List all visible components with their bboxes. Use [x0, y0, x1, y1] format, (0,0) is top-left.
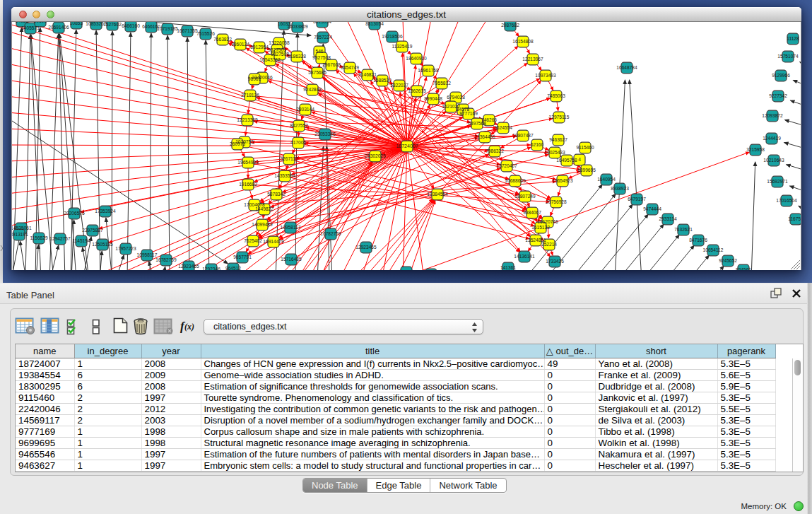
svg-text:3913191: 3913191 [12, 232, 28, 237]
svg-text:1362615: 1362615 [408, 88, 426, 93]
svg-text:7986322: 7986322 [486, 148, 504, 153]
svg-text:10719185: 10719185 [157, 26, 178, 31]
svg-text:16961758: 16961758 [418, 68, 439, 73]
svg-text:9129966: 9129966 [772, 73, 790, 78]
svg-text:8813054: 8813054 [313, 22, 331, 24]
svg-text:10853: 10853 [70, 22, 83, 25]
svg-text:1145194: 1145194 [72, 238, 90, 243]
svg-text:16648784: 16648784 [616, 65, 637, 70]
svg-text:19654923: 19654923 [552, 178, 573, 183]
svg-text:9384067: 9384067 [523, 210, 541, 215]
svg-text:1292346: 1292346 [202, 267, 220, 270]
svg-text:15720407: 15720407 [496, 163, 517, 168]
svg-text:1916682: 1916682 [239, 182, 257, 187]
svg-text:546: 546 [315, 49, 323, 54]
svg-text:12942757: 12942757 [49, 236, 71, 241]
svg-text:3624554: 3624554 [494, 125, 512, 130]
svg-text:20691406: 20691406 [48, 25, 69, 30]
svg-text:12505135: 12505135 [92, 242, 113, 247]
svg-text:5878342: 5878342 [267, 192, 286, 197]
svg-text:5322037: 5322037 [390, 83, 408, 88]
svg-text:14136141: 14136141 [514, 254, 535, 259]
svg-text:1156829: 1156829 [30, 235, 48, 240]
svg-text:10958117: 10958117 [137, 252, 158, 257]
svg-text:924561: 924561 [736, 267, 751, 270]
svg-text:6479197: 6479197 [628, 197, 646, 201]
svg-text:21364436: 21364436 [474, 134, 495, 139]
svg-text:6899695: 6899695 [577, 168, 596, 173]
svg-text:9657791: 9657791 [233, 255, 252, 259]
svg-text:16154808: 16154808 [512, 39, 534, 44]
svg-text:25302025: 25302025 [365, 153, 386, 158]
svg-text:15751074: 15751074 [777, 54, 799, 59]
svg-text:2087682: 2087682 [501, 23, 519, 28]
svg-text:15692971: 15692971 [767, 179, 788, 184]
svg-text:18724007: 18724007 [396, 144, 418, 148]
svg-text:10210643: 10210643 [763, 158, 784, 163]
svg-text:16033809: 16033809 [287, 24, 308, 29]
svg-text:1405571: 1405571 [21, 25, 40, 30]
svg-text:9242848: 9242848 [303, 87, 322, 92]
svg-text:18807249: 18807249 [514, 194, 536, 199]
svg-text:8454749: 8454749 [341, 65, 359, 70]
svg-text:7857224: 7857224 [314, 35, 332, 40]
svg-text:14535061: 14535061 [12, 226, 32, 230]
svg-text:10958117: 10958117 [281, 225, 301, 230]
svg-text:9245652: 9245652 [719, 258, 737, 263]
svg-text:12213369: 12213369 [237, 117, 258, 122]
svg-text:9327508: 9327508 [271, 52, 289, 57]
svg-text:10654112: 10654112 [703, 247, 724, 252]
svg-text:8990448: 8990448 [424, 96, 442, 101]
svg-text:1449822: 1449822 [255, 206, 273, 211]
svg-text:19654983: 19654983 [237, 160, 259, 165]
svg-text:11128: 11128 [787, 36, 799, 41]
svg-text:3215958: 3215958 [746, 147, 765, 152]
svg-text:260973: 260973 [230, 141, 245, 146]
svg-text:10973493: 10973493 [535, 73, 556, 78]
svg-text:98961: 98961 [248, 76, 261, 81]
svg-text:16782759: 16782759 [320, 231, 341, 236]
svg-text:2933114: 2933114 [659, 216, 677, 221]
svg-text:20206576: 20206576 [64, 211, 85, 216]
svg-text:964512: 964512 [225, 266, 241, 270]
svg-text:6497568: 6497568 [468, 121, 486, 126]
svg-text:2967608: 2967608 [322, 62, 341, 67]
svg-text:12923465: 12923465 [355, 245, 377, 250]
svg-text:6794028: 6794028 [447, 95, 465, 100]
svg-text:9860124: 9860124 [231, 42, 249, 47]
svg-text:13226058: 13226058 [269, 40, 290, 45]
svg-text:23975887: 23975887 [82, 228, 103, 233]
svg-text:14099489: 14099489 [252, 222, 273, 227]
svg-text:16782759: 16782759 [155, 257, 177, 262]
svg-text:19384554: 19384554 [427, 192, 448, 197]
svg-text:417006: 417006 [290, 140, 306, 145]
svg-text:12975115: 12975115 [549, 115, 570, 119]
svg-text:15716485: 15716485 [281, 257, 302, 262]
svg-text:9146821: 9146821 [358, 72, 377, 77]
svg-text:62160: 62160 [531, 142, 544, 147]
svg-text:29053346: 29053346 [314, 132, 336, 136]
svg-text:19218506: 19218506 [382, 34, 403, 39]
svg-text:1640954: 1640954 [597, 177, 616, 182]
svg-text:10807487: 10807487 [512, 133, 534, 138]
svg-text:2718126: 2718126 [241, 93, 259, 98]
svg-text:141361: 141361 [500, 265, 516, 270]
svg-text:17016504: 17016504 [776, 198, 797, 203]
svg-text:8471676: 8471676 [689, 238, 707, 243]
svg-text:9227342: 9227342 [769, 93, 787, 98]
svg-text:18640910: 18640910 [406, 56, 427, 61]
svg-text:2803144: 2803144 [296, 107, 314, 112]
svg-text:4: 4 [578, 157, 581, 162]
svg-text:1588520: 1588520 [373, 78, 392, 83]
svg-text:8912954: 8912954 [250, 45, 269, 49]
svg-text:14055: 14055 [16, 22, 29, 23]
svg-text:(x): (x) [184, 322, 194, 332]
svg-text:6466160: 6466160 [122, 23, 140, 28]
svg-text:7625402: 7625402 [244, 238, 262, 243]
svg-text:9115460: 9115460 [576, 145, 594, 150]
svg-text:1733426: 1733426 [546, 259, 564, 264]
svg-text:8938923: 8938923 [611, 186, 629, 191]
svg-text:8427552: 8427552 [290, 123, 308, 128]
svg-text:3267110: 3267110 [280, 156, 298, 161]
svg-text:9327508: 9327508 [312, 55, 331, 60]
